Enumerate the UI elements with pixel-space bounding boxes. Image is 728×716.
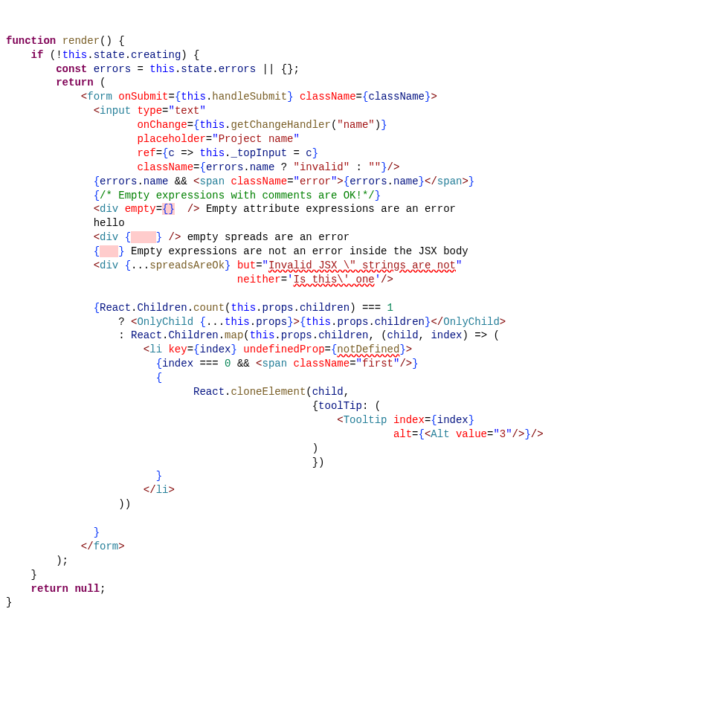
keyword-return: return	[56, 77, 93, 88]
keyword-return-2: return	[31, 583, 68, 595]
null-literal: null	[74, 583, 100, 595]
jsx-tag-tooltip: Tooltip	[344, 414, 387, 426]
error-undefined: notDefined	[337, 344, 399, 355]
error-invalid-string-2: Is this\' one	[293, 274, 374, 286]
error-invalid-string: Invalid JSX \" strings are not	[268, 259, 456, 271]
error-empty-spread	[131, 231, 156, 243]
jsx-tag-li: li	[149, 344, 162, 355]
keyword-if: if	[31, 49, 44, 61]
function-name: render	[62, 35, 100, 47]
jsx-tag-form: form	[87, 91, 112, 103]
keyword-function: function	[6, 35, 56, 47]
jsx-tag-input: input	[100, 105, 131, 117]
comment: /* Empty expressions with comments are O…	[100, 190, 375, 201]
keyword-const: const	[56, 63, 87, 75]
jsx-tag-alt: Alt	[431, 428, 449, 440]
code-block: function render() { if (!this.state.crea…	[6, 34, 722, 610]
jsx-tag-onlychild: OnlyChild	[137, 316, 193, 328]
